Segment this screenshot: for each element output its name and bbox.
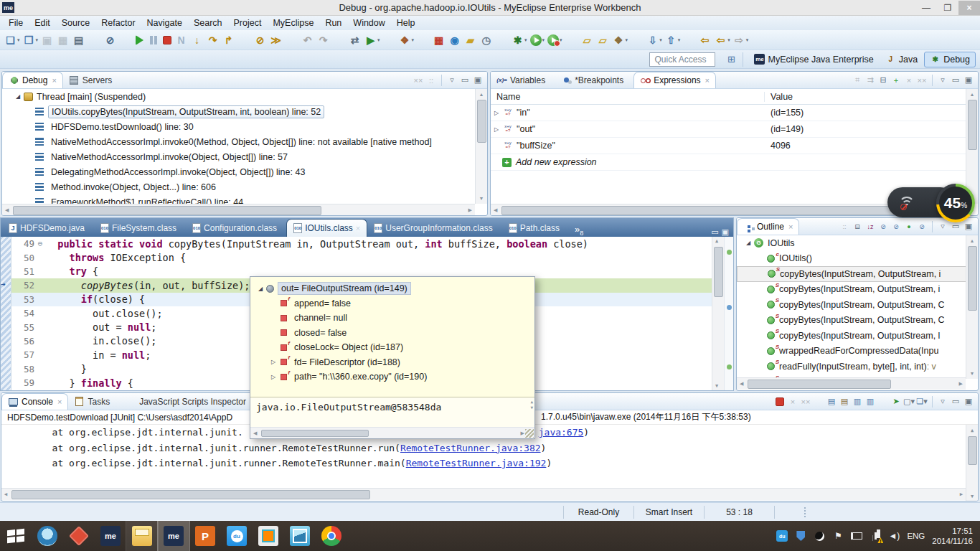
maximize-button[interactable]: ▣ bbox=[471, 74, 484, 87]
show-logical-structure-button[interactable]: ⇉ bbox=[864, 74, 877, 87]
forward-button[interactable]: ⇨ ▾ bbox=[732, 32, 750, 49]
resume-button[interactable] bbox=[134, 32, 146, 49]
view-tab[interactable]: Expressions × bbox=[633, 72, 716, 88]
matrix-view-button[interactable]: ▦ bbox=[431, 32, 447, 49]
view-tab[interactable]: JavaScript Scripts Inspector bbox=[120, 393, 256, 410]
variable-field-row[interactable]: ▷ f path= "h:\\360.exe.copy" (id=190) bbox=[255, 369, 532, 385]
step-into-button[interactable]: ↓ bbox=[189, 32, 205, 49]
menu-item[interactable]: Refactor bbox=[95, 17, 141, 29]
quick-access-input[interactable]: Quick Access bbox=[649, 52, 715, 67]
view-tab[interactable]: Tasks bbox=[68, 393, 120, 410]
last-edit-button[interactable]: ⇦ bbox=[697, 32, 713, 49]
variable-field-row[interactable]: closed= false bbox=[255, 326, 532, 341]
display-console-button[interactable]: ▢ ▾ bbox=[903, 395, 915, 408]
baidu-tray-icon[interactable]: du bbox=[776, 530, 788, 542]
scrollbar-thumb[interactable] bbox=[968, 100, 977, 150]
stack-frame-row[interactable]: NativeMethodAccessorImpl.invoke(Object, … bbox=[2, 149, 487, 164]
scrollbar-thumb[interactable] bbox=[11, 490, 370, 499]
outline-member-row[interactable]: c IOUtils() bbox=[737, 251, 978, 267]
minimize-button[interactable]: — bbox=[915, 1, 937, 15]
expression-row[interactable]: ▷ x+y=? "out" (id=149) bbox=[491, 121, 978, 138]
taskbar-clock[interactable]: 17:51 2014/11/16 bbox=[932, 526, 973, 546]
expander-icon[interactable]: ▷ bbox=[268, 359, 279, 365]
terminate-console-button[interactable] bbox=[773, 395, 786, 408]
scrollbar-thumb[interactable] bbox=[501, 206, 903, 215]
hide-fields-button[interactable]: ⊘ bbox=[877, 220, 890, 233]
file-explorer-app[interactable] bbox=[126, 521, 158, 551]
save-button[interactable]: ▣ bbox=[39, 32, 55, 49]
volume-tray-icon[interactable]: ◄) bbox=[888, 530, 900, 542]
word-wrap-button[interactable]: ▥ bbox=[851, 395, 864, 408]
add-expression-button[interactable]: + bbox=[890, 74, 903, 87]
menu-item[interactable]: File bbox=[3, 17, 29, 29]
outline-member-row[interactable]: S copyBytes(InputStream, OutputStream, C bbox=[737, 313, 978, 329]
annotation-mark[interactable] bbox=[727, 364, 732, 369]
hide-static-members-button[interactable]: ⊘ bbox=[890, 220, 903, 233]
annotation-mark[interactable] bbox=[727, 305, 732, 310]
close-icon[interactable]: × bbox=[57, 397, 62, 406]
menu-item[interactable]: Run bbox=[319, 17, 347, 29]
annotation-mark[interactable] bbox=[727, 250, 732, 255]
run-on-server-button[interactable]: ▶ ▾ bbox=[363, 32, 382, 49]
column-header-value[interactable]: Value bbox=[765, 92, 793, 102]
db-browser-button[interactable]: ⇄ bbox=[347, 32, 363, 49]
suspend-button[interactable] bbox=[146, 32, 161, 49]
variable-field-row[interactable]: f append= false bbox=[255, 296, 532, 311]
show-methods-button[interactable]: ● bbox=[903, 220, 915, 233]
editor-tab[interactable]: UserGroupInformation.class bbox=[367, 219, 501, 237]
deploy-to-button[interactable]: ⇧ ▾ bbox=[664, 32, 682, 49]
history-button[interactable]: ◷ bbox=[479, 32, 494, 49]
skip-breakpoints-button[interactable]: ⊘ bbox=[253, 32, 268, 49]
undo-button[interactable]: ↶ bbox=[300, 32, 316, 49]
minimize-button[interactable]: ▭ bbox=[949, 395, 962, 408]
stack-trace-link[interactable]: RemoteTestRunner.java:192 bbox=[406, 458, 547, 468]
menu-item[interactable]: Edit bbox=[29, 17, 56, 29]
import-button[interactable]: ▱ bbox=[580, 32, 595, 49]
menu-item[interactable]: Source bbox=[56, 17, 96, 29]
disconnect-button[interactable]: N bbox=[174, 32, 189, 49]
run-as-button[interactable]: ▾ bbox=[529, 32, 547, 49]
expander-icon[interactable]: ◢ bbox=[743, 240, 754, 246]
scrollbar-thumb[interactable] bbox=[968, 436, 977, 465]
outline-member-row[interactable]: S copyBytes(InputStream, OutputStream, i bbox=[737, 282, 978, 298]
collapse-all-button[interactable]: ⊟ bbox=[851, 220, 864, 233]
baidu-music-app[interactable] bbox=[221, 521, 253, 551]
stack-frame-row[interactable]: Method.invoke(Object, Object...) line: 6… bbox=[2, 179, 487, 194]
variable-value-detail[interactable]: java.io.FileOutputStream@583548da ▲▼ bbox=[250, 397, 534, 427]
vertical-scrollbar[interactable] bbox=[966, 235, 978, 379]
scrollbar-thumb[interactable] bbox=[13, 206, 321, 215]
language-indicator[interactable]: ENG bbox=[907, 532, 925, 540]
myeclipse-app[interactable]: me bbox=[95, 521, 126, 551]
mark-occurrences-button[interactable]: ⊘ bbox=[103, 32, 118, 49]
minimize-button[interactable]: ▭ bbox=[458, 74, 471, 87]
view-menu-button[interactable]: ▿ bbox=[936, 220, 949, 233]
flag-tray-icon[interactable]: ⚑ bbox=[832, 530, 844, 542]
popup-horizontal-scrollbar[interactable] bbox=[250, 427, 534, 438]
maximize-button[interactable]: ▣ bbox=[962, 74, 975, 87]
photo-viewer-app[interactable] bbox=[284, 521, 316, 551]
menu-item[interactable]: Project bbox=[228, 17, 268, 29]
export-button[interactable]: ▱ bbox=[595, 32, 611, 49]
maximize-editor-button[interactable]: ▣ bbox=[722, 227, 729, 237]
view-menu-button[interactable]: ▿ bbox=[936, 395, 949, 408]
web20-button[interactable]: ◉ bbox=[447, 32, 463, 49]
scroll-lock-button[interactable]: ▤ bbox=[838, 395, 851, 408]
view-menu-button[interactable]: ▿ bbox=[936, 74, 949, 87]
variable-field-row[interactable]: f closeLock= Object (id=187) bbox=[255, 340, 532, 355]
annotation-ruler[interactable]: ➜ bbox=[1, 237, 11, 390]
horizontal-scrollbar[interactable] bbox=[2, 204, 475, 216]
detail-scrollbar[interactable]: ▲▼ bbox=[530, 399, 533, 410]
maximize-button[interactable]: ▣ bbox=[962, 395, 975, 408]
view-tab[interactable]: Console × bbox=[1, 393, 68, 410]
close-button[interactable]: × bbox=[958, 1, 980, 15]
horizontal-scrollbar[interactable] bbox=[737, 377, 966, 390]
show-type-names-button[interactable]: ⌗ bbox=[851, 74, 864, 87]
palette-button[interactable]: ❖ ▾ bbox=[397, 32, 416, 49]
stack-frame-row[interactable]: DelegatingMethodAccessorImpl.invoke(Obje… bbox=[2, 164, 487, 179]
clear-console-button[interactable]: ▤ bbox=[825, 395, 838, 408]
remove-launch-button[interactable]: × bbox=[786, 395, 799, 408]
outline-member-row[interactable]: S copyBytes(InputStream, OutputStream, C bbox=[737, 297, 978, 313]
code-line[interactable]: 49 ⊖ public static void copyBytes(InputS… bbox=[11, 237, 712, 250]
outline-member-row[interactable]: S wrappedReadForCompressedData(Inpu bbox=[737, 344, 978, 359]
hide-local-types-button[interactable]: ⊘ bbox=[915, 220, 928, 233]
